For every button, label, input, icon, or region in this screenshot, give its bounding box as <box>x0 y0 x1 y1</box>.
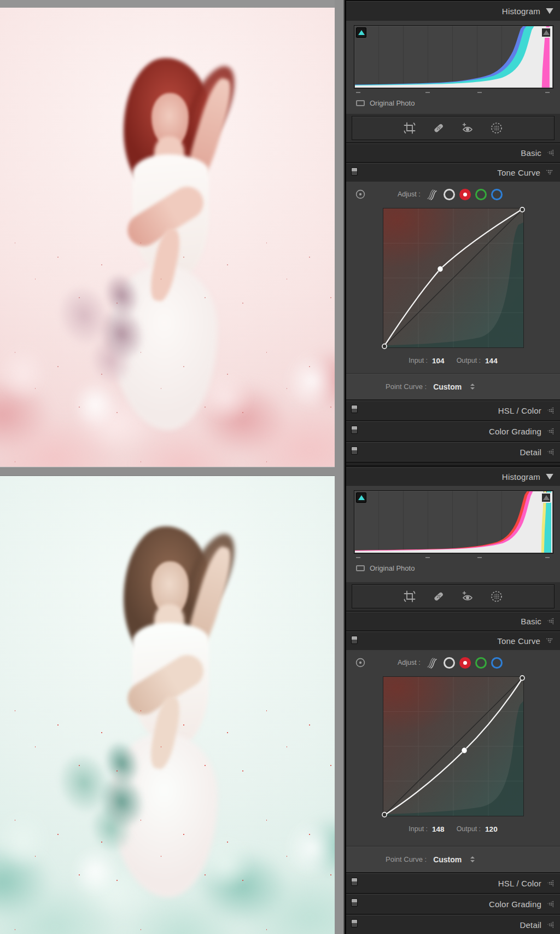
original-photo-checkbox[interactable] <box>356 565 365 571</box>
histogram-header[interactable]: Histogram <box>346 466 560 486</box>
detail-panel-header[interactable]: Detail <box>346 441 560 462</box>
detail-panel-header[interactable]: Detail <box>346 914 560 934</box>
tone-curve-section: Adjust : <box>346 182 560 373</box>
panel-enable-toggle[interactable] <box>351 878 358 886</box>
healing-tool-button[interactable] <box>431 121 446 135</box>
shadow-clipping-indicator[interactable] <box>356 492 366 503</box>
red-channel-button[interactable] <box>459 189 471 200</box>
adjust-row: Adjust : <box>346 186 560 202</box>
channel-selector <box>426 188 503 200</box>
panel-enable-toggle[interactable] <box>351 919 358 927</box>
portrait-photo-teal-tint <box>0 476 335 934</box>
tone-curve-graph[interactable] <box>383 676 524 816</box>
histogram-display[interactable] <box>354 25 553 89</box>
adjust-label: Adjust : <box>398 659 421 666</box>
panel-enable-toggle[interactable] <box>351 898 358 907</box>
parametric-curve-icon[interactable] <box>426 657 439 669</box>
shadow-clipping-indicator[interactable] <box>356 27 366 38</box>
target-adjustment-icon[interactable] <box>355 657 366 668</box>
exposure-tick-marks <box>354 89 553 96</box>
masking-tool-button[interactable] <box>489 121 504 135</box>
blue-channel-button[interactable] <box>491 657 503 669</box>
histogram-display[interactable] <box>354 490 553 554</box>
disclosure-triangle-icon[interactable] <box>547 618 553 624</box>
highlight-clipping-triangle-icon <box>543 495 550 500</box>
canvas-margin-middle <box>0 467 335 476</box>
disclosure-triangle-icon[interactable] <box>547 880 553 886</box>
panel-enable-toggle[interactable] <box>351 167 358 176</box>
crop-icon <box>403 121 416 135</box>
hsl-color-title: HSL / Color <box>498 406 541 415</box>
original-photo-label: Original Photo <box>370 99 415 107</box>
luminance-channel-button[interactable] <box>444 657 455 669</box>
shadow-clipping-triangle-icon <box>358 30 365 35</box>
panel-enable-toggle[interactable] <box>351 426 358 434</box>
tool-strip-inner <box>352 584 555 608</box>
masking-tool-button[interactable] <box>489 589 504 604</box>
disclosure-triangle-icon[interactable] <box>547 149 553 156</box>
color-grading-panel-header[interactable]: Color Grading <box>346 893 560 914</box>
highlight-clipping-indicator[interactable] <box>541 492 551 503</box>
histogram-section: Original Photo <box>346 21 560 114</box>
output-label: Output : <box>457 825 481 833</box>
hsl-color-panel-header[interactable]: HSL / Color <box>346 399 560 420</box>
portrait-photo-red-tint <box>0 8 335 467</box>
basic-panel-header[interactable]: Basic <box>346 611 560 630</box>
point-curve-select[interactable]: Custom <box>433 382 462 391</box>
basic-panel-header[interactable]: Basic <box>346 142 560 162</box>
adjust-label: Adjust : <box>398 190 421 198</box>
red-channel-button[interactable] <box>459 657 471 669</box>
parametric-curve-icon[interactable] <box>426 188 439 200</box>
hsl-color-title: HSL / Color <box>498 879 541 888</box>
panel-enable-toggle[interactable] <box>351 636 358 644</box>
disclosure-triangle-icon[interactable] <box>546 170 553 176</box>
disclosure-triangle-icon[interactable] <box>547 428 553 434</box>
histogram-header[interactable]: Histogram <box>346 1 560 21</box>
tone-curve-chart <box>383 677 523 816</box>
hsl-color-panel-header[interactable]: HSL / Color <box>346 872 560 893</box>
masking-icon <box>489 589 504 604</box>
crop-tool-button[interactable] <box>402 589 417 604</box>
tool-strip-inner <box>352 116 555 140</box>
blue-channel-button[interactable] <box>491 189 503 200</box>
stepper-chevrons-icon[interactable] <box>470 384 475 390</box>
tone-curve-panel-header[interactable]: Tone Curve <box>346 630 560 650</box>
histogram-section: Original Photo <box>346 486 560 582</box>
healing-icon <box>432 590 445 603</box>
collapse-triangle-icon[interactable] <box>546 8 553 14</box>
luminance-channel-button[interactable] <box>444 189 455 200</box>
point-curve-label: Point Curve : <box>386 382 427 391</box>
stepper-chevrons-icon[interactable] <box>470 856 475 862</box>
red-eye-tool-button[interactable] <box>460 121 475 135</box>
disclosure-triangle-icon[interactable] <box>547 921 553 928</box>
disclosure-triangle-icon[interactable] <box>547 901 553 907</box>
color-grading-panel-header[interactable]: Color Grading <box>346 420 560 441</box>
green-channel-button[interactable] <box>475 657 487 669</box>
panel-enable-toggle[interactable] <box>351 446 358 455</box>
original-photo-checkbox[interactable] <box>356 100 365 106</box>
point-curve-row: Point Curve : Custom <box>346 373 560 399</box>
disclosure-triangle-icon[interactable] <box>547 449 553 455</box>
green-channel-button[interactable] <box>475 189 487 200</box>
target-adjustment-icon[interactable] <box>355 189 366 200</box>
collapse-triangle-icon[interactable] <box>546 474 553 480</box>
tone-curve-title: Tone Curve <box>497 636 540 646</box>
healing-icon <box>432 121 445 135</box>
output-label: Output : <box>457 357 481 364</box>
tone-curve-graph[interactable] <box>383 208 524 348</box>
adjust-row: Adjust : <box>346 654 560 671</box>
input-output-readout: Input : 104 Output : 144 <box>346 355 560 367</box>
disclosure-triangle-icon[interactable] <box>547 407 553 414</box>
tone-curve-panel-header[interactable]: Tone Curve <box>346 162 560 182</box>
input-label: Input : <box>409 825 428 833</box>
panel-enable-toggle[interactable] <box>351 405 358 413</box>
healing-tool-button[interactable] <box>431 589 446 604</box>
original-photo-row: Original Photo <box>354 96 553 109</box>
panel-group-divider <box>346 462 560 466</box>
highlight-clipping-indicator[interactable] <box>541 27 551 38</box>
crop-tool-button[interactable] <box>402 121 417 135</box>
point-curve-select[interactable]: Custom <box>433 855 462 864</box>
develop-panel: Histogram Original Photo <box>345 0 560 934</box>
disclosure-triangle-icon[interactable] <box>546 638 553 644</box>
red-eye-tool-button[interactable] <box>460 589 475 604</box>
